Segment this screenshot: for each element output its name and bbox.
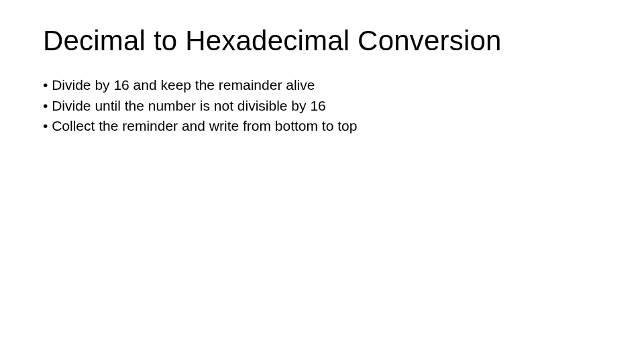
slide-title: Decimal to Hexadecimal Conversion xyxy=(43,25,601,56)
bullet-item: Divide by 16 and keep the remainder aliv… xyxy=(43,75,601,95)
bullet-list: Divide by 16 and keep the remainder aliv… xyxy=(43,75,601,136)
bullet-item: Divide until the number is not divisible… xyxy=(43,96,601,116)
slide: Decimal to Hexadecimal Conversion Divide… xyxy=(0,0,644,362)
bullet-item: Collect the reminder and write from bott… xyxy=(43,116,601,136)
